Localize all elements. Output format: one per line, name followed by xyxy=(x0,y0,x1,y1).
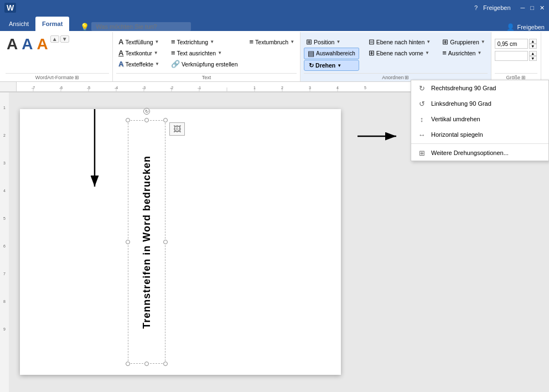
help-icon[interactable]: ? xyxy=(474,4,478,11)
handle-top-middle[interactable] xyxy=(144,118,149,122)
tab-format[interactable]: Format xyxy=(35,17,69,31)
ebene-vorne-btn[interactable]: ⊞ Ebene nach vorne ▼ xyxy=(366,48,433,58)
wordart-group-label: WordArt-Formate ⊞ xyxy=(6,73,109,81)
texteffekte-btn[interactable]: A Texteffekte ▼ xyxy=(116,59,162,69)
auswahlbereich-btn[interactable]: ▤ Auswahlbereich xyxy=(304,48,359,59)
textbox-container[interactable]: ↻ Trennstreifen in Word bedrucken xyxy=(128,120,165,364)
title-bar-right: ? Freigeben ─ □ ✕ xyxy=(474,4,545,12)
ausrichten-btn[interactable]: ≡ Ausrichten ▼ xyxy=(440,48,487,58)
textrichtung-label: Textrichtung xyxy=(177,39,209,45)
drehen-label: Drehen xyxy=(315,62,335,69)
textrichtung-icon: ≡ xyxy=(171,38,175,46)
auswahlbereich-label: Auswahlbereich xyxy=(316,50,355,56)
verknuepfung-btn[interactable]: 🔗 Verknüpfung erstellen xyxy=(169,59,240,69)
textfuellung-arrow: ▼ xyxy=(155,39,159,44)
wordart-sample-3[interactable]: A xyxy=(35,35,49,53)
horizontal-label: Horizontal spiegeln xyxy=(431,131,543,138)
textkontur-arrow: ▼ xyxy=(154,50,158,55)
gruppieren-btn[interactable]: ⊞ Gruppieren ▼ xyxy=(440,37,487,47)
dropdown-separator xyxy=(411,143,548,144)
tab-ansicht[interactable]: Ansicht xyxy=(2,17,35,31)
search-input[interactable] xyxy=(91,22,191,31)
gruppieren-arrow: ▼ xyxy=(481,39,485,44)
textfuellung-btn[interactable]: A Textfüllung ▼ xyxy=(116,37,162,47)
texteffekte-label: Texteffekte xyxy=(125,61,153,68)
linksdrehung-label: Linksdrehung 90 Grad xyxy=(431,100,543,107)
position-label: Position xyxy=(314,39,334,45)
handle-middle-right[interactable] xyxy=(163,240,168,244)
image-icon-box: 🖼 xyxy=(169,122,185,136)
width-input[interactable] xyxy=(495,51,528,61)
textkontur-label: Textkontur xyxy=(125,50,152,56)
ribbon-group-wordart: A A A ▲ ▼ WordArt-Formate ⊞ xyxy=(2,32,113,81)
wordart-expand-icon[interactable]: ⊞ xyxy=(75,75,79,80)
position-btn[interactable]: ⊞ Position ▼ xyxy=(304,37,359,47)
textrichtung-btn[interactable]: ≡ Textrichtung ▼ xyxy=(169,37,240,47)
handle-top-left[interactable] xyxy=(126,118,130,122)
drehen-btn[interactable]: ↻ Drehen ▼ xyxy=(304,60,359,71)
linksdrehung-icon: ↺ xyxy=(417,99,427,109)
textkontur-btn[interactable]: A Textkontur ▼ xyxy=(116,48,162,58)
ebene-vorne-arrow: ▼ xyxy=(425,50,429,55)
share-button[interactable]: Freigeben xyxy=(483,4,511,11)
lightbulb-icon: 💡 xyxy=(80,23,89,31)
ribbon-tabs: Ansicht Format 💡 👤 Freigeben xyxy=(0,16,549,31)
textausrichten-btn[interactable]: ≡ Text ausrichten ▼ xyxy=(169,48,240,58)
maximize-icon[interactable]: □ xyxy=(530,4,534,11)
text-col-3: ≡ Textumbruch ▼ xyxy=(247,35,297,48)
anordnen-group-content: ⊞ Position ▼ ▤ Auswahlbereich ↻ Drehen ▼… xyxy=(304,33,488,73)
width-down-btn[interactable]: ▼ xyxy=(529,56,537,61)
dropdown-item-rechtsdrehung[interactable]: ↻ Rechtsdrehung 90 Grad xyxy=(411,80,548,96)
minimize-icon[interactable]: ─ xyxy=(521,4,525,11)
gruppieren-icon: ⊞ xyxy=(442,38,448,46)
freigeben-button[interactable]: Freigeben xyxy=(517,24,545,30)
svg-text:4: 4 xyxy=(3,189,6,193)
text-group-content: A Textfüllung ▼ A Textkontur ▼ A Texteff… xyxy=(116,33,297,73)
ausrichten-arrow: ▼ xyxy=(477,50,481,55)
dropdown-item-horizontal[interactable]: ↔ Horizontal spiegeln xyxy=(411,127,548,142)
ausrichten-label: Ausrichten xyxy=(448,50,476,56)
wordart-sample-1[interactable]: A xyxy=(6,35,19,53)
textumbruch-btn[interactable]: ≡ Textumbruch ▼ xyxy=(247,37,297,47)
svg-text:8: 8 xyxy=(3,300,6,303)
wordart-sample-2[interactable]: A xyxy=(20,35,34,53)
height-input[interactable] xyxy=(495,39,528,49)
vertikal-icon: ↕ xyxy=(417,114,427,124)
rotated-text: Trennstreifen in Word bedrucken xyxy=(141,156,153,329)
ribbon: A A A ▲ ▼ WordArt-Formate ⊞ A Textfüllun… xyxy=(0,31,549,82)
text-col-2: ≡ Textrichtung ▼ ≡ Text ausrichten ▼ 🔗 V… xyxy=(169,35,240,70)
close-icon[interactable]: ✕ xyxy=(540,4,545,12)
drehen-icon: ↻ xyxy=(309,62,314,69)
height-up-btn[interactable]: ▲ xyxy=(529,39,537,44)
height-down-btn[interactable]: ▼ xyxy=(529,44,537,49)
textumbruch-label: Textumbruch xyxy=(255,39,288,45)
handle-top-right[interactable] xyxy=(163,118,168,122)
ebene-hinten-btn[interactable]: ⊟ Ebene nach hinten ▼ xyxy=(366,37,433,47)
text-col-1: A Textfüllung ▼ A Textkontur ▼ A Texteff… xyxy=(116,35,162,70)
height-spinner: ▲ ▼ xyxy=(529,39,537,49)
textfuellung-icon: A xyxy=(118,38,123,46)
person-icon: 👤 xyxy=(506,23,515,31)
handle-middle-left[interactable] xyxy=(126,240,130,244)
wordart-samples-container: A A A ▲ ▼ xyxy=(6,33,69,73)
dropdown-item-linksdrehung[interactable]: ↺ Linksdrehung 90 Grad xyxy=(411,96,548,111)
handle-rotate[interactable]: ↻ xyxy=(143,108,150,115)
ebene-hinten-arrow: ▼ xyxy=(426,39,431,44)
verknuepfung-icon: 🔗 xyxy=(171,60,180,68)
handle-bottom-left[interactable] xyxy=(126,362,130,366)
dropdown-item-weitere[interactable]: ⊞ Weitere Drehungsoptionen... xyxy=(411,145,548,161)
svg-text:5: 5 xyxy=(3,216,6,220)
dropdown-item-vertikal[interactable]: ↕ Vertikal umdrehen xyxy=(411,111,548,127)
wordart-scroll-up[interactable]: ▲ xyxy=(50,35,59,43)
textausrichten-arrow: ▼ xyxy=(217,50,222,55)
handle-bottom-right[interactable] xyxy=(163,362,168,366)
ebene-vorne-icon: ⊞ xyxy=(369,49,375,57)
width-up-btn[interactable]: ▲ xyxy=(529,51,537,56)
wordart-scroll-down[interactable]: ▼ xyxy=(60,35,69,43)
size-col: ▲ ▼ ▲ ▼ xyxy=(495,35,537,62)
wordart-samples: A A A xyxy=(6,35,49,53)
textumbruch-arrow: ▼ xyxy=(290,39,294,44)
text-group-label: Text xyxy=(116,73,297,81)
handle-bottom-middle[interactable] xyxy=(144,362,149,366)
anordnen-expand-icon[interactable]: ⊞ xyxy=(405,75,409,80)
